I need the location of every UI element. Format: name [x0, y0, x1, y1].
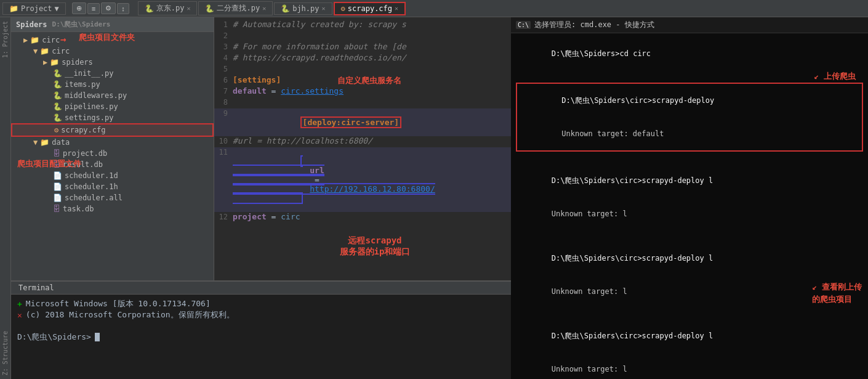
tree-item-init[interactable]: 🐍 __init__.py — [11, 68, 214, 79]
tree-label-middlewares: middlewares.py — [65, 91, 127, 100]
cmd-line-6: D:\爬虫\Spiders\circ>scrapyd-deploy l — [516, 242, 863, 275]
x-icon: ✕ — [17, 311, 22, 320]
project-label: Project — [21, 4, 52, 13]
line-content-2 — [233, 31, 511, 40]
line-num-11: 11 — [214, 148, 233, 157]
default-key: default — [233, 86, 267, 96]
project-dropdown-icon[interactable]: ▼ — [55, 4, 59, 13]
terminal-tab-label: Terminal — [18, 283, 54, 292]
db-icon-project: 🗄 — [53, 149, 60, 158]
line-content-5 — [233, 64, 511, 73]
cmd-line-9: Unknown target: l — [516, 353, 863, 379]
tab-jingdong[interactable]: 🐍 京东.py ✕ — [138, 1, 198, 15]
plus-icon: + — [17, 300, 22, 309]
code-line-12: 12 project = circ — [214, 212, 511, 223]
terminal-prompt: D:\爬虫\Spiders> — [17, 332, 91, 343]
tree-item-circ-root[interactable]: ▶ 📁 circ → 爬虫项目文件夹 — [11, 35, 214, 46]
tree-item-items[interactable]: 🐍 items.py — [11, 79, 214, 90]
terminal-content[interactable]: + Microsoft Windows [版本 10.0.17134.706] … — [11, 295, 511, 379]
folder-expand-data-icon: ▼ — [33, 138, 38, 147]
tree-item-scrapy-cfg[interactable]: ⚙ scrapy.cfg — [11, 123, 214, 137]
tab-scrapy-cfg[interactable]: ⚙ scrapy.cfg ✕ — [334, 2, 406, 15]
line-num-12: 12 — [214, 213, 233, 221]
tree-item-task-db[interactable]: 🗄 task.db — [11, 203, 214, 214]
structure-side-tab[interactable]: Z: Structure — [1, 327, 10, 379]
tab-bjh[interactable]: 🐍 bjh.py ✕ — [274, 2, 332, 15]
code-line-10: 10 #url = http://localhost:6800/ — [214, 136, 511, 147]
sidebar-path: D:\爬虫\Spiders — [52, 20, 111, 29]
tab-scrapy-label: scrapy.cfg — [348, 4, 392, 13]
py-icon-3: 🐍 — [281, 4, 290, 13]
line-content-10: #url = http://localhost:6800/ — [233, 136, 511, 145]
new-btn[interactable]: ⊕ — [72, 2, 86, 14]
tree-label-circ-root: circ — [42, 36, 60, 44]
cfg-icon: ⚙ — [341, 4, 345, 13]
tree-label-init: __init__.py — [65, 69, 113, 78]
line-num-9: 9 — [214, 109, 233, 118]
cmd-line-7: Unknown target: l — [516, 275, 863, 308]
line-num-4: 4 — [214, 54, 233, 62]
close-jingdong-icon[interactable]: ✕ — [187, 5, 190, 12]
url-line-box: url = http://192.168.12.80:6800/ — [233, 155, 435, 204]
db-icon-task: 🗄 — [53, 205, 60, 213]
cmd-line-8: D:\爬虫\Spiders\circ>scrapyd-deploy l — [516, 319, 863, 353]
close-scrapy-icon[interactable]: ✕ — [395, 5, 398, 12]
line-num-6: 6 — [214, 76, 233, 84]
tree-label-sched-1h: scheduler.1h — [65, 182, 118, 191]
layout-btn[interactable]: ↕ — [117, 3, 129, 14]
tree-item-middlewares[interactable]: 🐍 middlewares.py — [11, 90, 214, 101]
terminal-line-2: ✕ (c) 2018 Microsoft Corporation。保留所有权利。 — [17, 309, 505, 320]
arrow-folder: → — [60, 33, 66, 45]
cmd-prompt-4: D:\爬虫\Spiders\circ>scrapyd-deploy l — [552, 176, 713, 185]
line-num-10: 10 — [214, 137, 233, 145]
cmd-line-4: D:\爬虫\Spiders\circ>scrapyd-deploy l — [516, 164, 863, 197]
cfg-file-icon: ⚙ — [54, 126, 58, 134]
callout-remote-text: 远程scrapyd 服务器的ip和端口 — [239, 235, 511, 258]
sidebar: Spiders D:\爬虫\Spiders ▶ 📁 circ → 爬虫项目文件夹 — [11, 17, 214, 280]
project-side-tab[interactable]: 1: Project — [1, 17, 10, 62]
close-binary-icon[interactable]: ✕ — [262, 5, 266, 12]
tree-item-sched-all[interactable]: 📄 scheduler.all — [11, 192, 214, 203]
code-content[interactable]: 1 # Automatically created by: scrapy s 2… — [214, 17, 511, 280]
code-line-3: 3 # For more information about the [de — [214, 42, 511, 53]
py-file-icon-items: 🐍 — [53, 80, 62, 89]
project-key: project — [233, 212, 267, 221]
tree-item-sched-1h[interactable]: 📄 scheduler.1h — [11, 181, 214, 192]
callout-remote-line2: 服务器的ip和端口 — [340, 247, 411, 256]
folder-collapse-spiders-icon: ▶ — [43, 58, 47, 67]
cmd-content[interactable]: D:\爬虫\Spiders>cd circ D:\爬虫\Spiders\circ… — [511, 33, 868, 379]
tree-item-data[interactable]: ▼ 📁 data — [11, 137, 214, 148]
tree-item-spiders[interactable]: ▶ 📁 spiders — [11, 57, 214, 68]
cmd-prompt-1: D:\爬虫\Spiders>cd circ — [552, 49, 651, 58]
folder-icon-circ: 📁 — [40, 47, 49, 55]
tree-item-sched-1d[interactable]: 📄 scheduler.1d — [11, 170, 214, 181]
py-file-icon-pipelines: 🐍 — [53, 102, 62, 111]
tree-item-project-db[interactable]: 🗄 project.db — [11, 148, 214, 159]
project-tab[interactable]: 📁 Project ▼ — [2, 2, 66, 15]
line-content-7: default = circ.settings — [233, 86, 511, 96]
cmd-line-5: Unknown target: l — [516, 197, 863, 230]
tree-label-circ: circ — [52, 47, 70, 55]
eq-sign-7: = — [267, 86, 281, 96]
callout-remote-scrapyd: 远程scrapyd 服务器的ip和端口 — [239, 235, 511, 258]
settings-btn[interactable]: ⚙ — [101, 2, 116, 14]
code-line-1: 1 # Automatically created by: scrapy s — [214, 20, 511, 31]
py-file-icon-settings: 🐍 — [53, 113, 62, 122]
tree-label-pipelines: pipelines.py — [65, 102, 118, 111]
terminal-tab[interactable]: Terminal — [11, 282, 511, 295]
menu-btn[interactable]: ≡ — [87, 3, 100, 14]
cmd-prompt-8: D:\爬虫\Spiders\circ>scrapyd-deploy l — [552, 332, 713, 340]
tree-label-data: data — [52, 138, 70, 147]
line-content-9: [deploy:circ-server] — [233, 108, 511, 136]
tree-item-pipelines[interactable]: 🐍 pipelines.py — [11, 101, 214, 112]
tree-item-circ-child[interactable]: ▼ 📁 circ — [11, 46, 214, 57]
tab-binary-search[interactable]: 🐍 二分查找.py ✕ — [198, 1, 273, 15]
toolbar: 📁 Project ▼ ⊕ ≡ ⚙ ↕ 🐍 京东.py ✕ 🐍 二分查找.py … — [0, 0, 868, 17]
tree-item-settings[interactable]: 🐍 settings.py — [11, 112, 214, 123]
terminal-text-1: Microsoft Windows [版本 10.0.17134.706] — [26, 298, 211, 309]
main-area: 1: Project Z: Structure Spiders D:\爬虫\Sp… — [0, 17, 868, 379]
close-bjh-icon[interactable]: ✕ — [322, 5, 326, 12]
sidebar-title: Spiders — [16, 20, 47, 29]
terminal-text-2: (c) 2018 Microsoft Corporation。保留所有权利。 — [26, 309, 235, 320]
terminal-area: Terminal + Microsoft Windows [版本 10.0.17… — [11, 280, 511, 379]
